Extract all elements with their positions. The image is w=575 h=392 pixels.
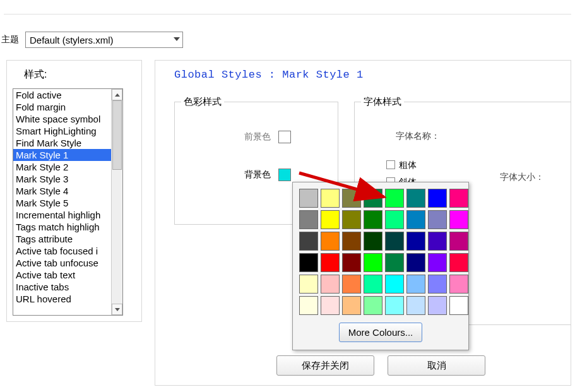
color-swatch[interactable] (299, 253, 318, 272)
list-item[interactable]: Mark Style 3 (13, 173, 111, 185)
font-name-label: 字体名称： (396, 131, 440, 142)
list-item[interactable]: Find Mark Style (13, 137, 111, 149)
background-row: 背景色 (244, 169, 291, 181)
color-swatch[interactable] (364, 210, 382, 229)
color-swatch[interactable] (406, 275, 425, 294)
color-swatch[interactable] (428, 232, 447, 251)
color-swatch[interactable] (342, 253, 361, 272)
color-swatch[interactable] (385, 275, 404, 294)
color-swatch[interactable] (342, 275, 361, 294)
color-swatch[interactable] (342, 210, 361, 229)
color-swatch[interactable] (321, 253, 340, 272)
bold-row[interactable]: 粗体 (386, 159, 417, 171)
color-swatch[interactable] (299, 296, 318, 315)
styles-listbox[interactable]: Fold activeFold marginWhite space symbol… (13, 88, 123, 316)
list-item[interactable]: Smart HighLighting (13, 125, 111, 137)
font-size-label: 字体大小： (500, 172, 544, 183)
color-swatch[interactable] (406, 189, 425, 208)
color-swatch[interactable] (385, 210, 404, 229)
color-swatch[interactable] (406, 296, 425, 315)
color-swatch[interactable] (342, 232, 361, 251)
list-item[interactable]: Active tab unfocuse (13, 257, 111, 269)
list-item[interactable]: Mark Style 4 (13, 185, 111, 197)
color-swatch[interactable] (299, 189, 318, 208)
color-swatch[interactable] (364, 296, 382, 315)
list-item[interactable]: URL hovered (13, 293, 111, 305)
foreground-row: 前景色 (244, 131, 291, 143)
color-swatch[interactable] (299, 275, 318, 294)
color-swatch[interactable] (406, 210, 425, 229)
list-item[interactable]: Incremental highligh (13, 209, 111, 221)
color-picker-popup: More Colours... (292, 182, 469, 350)
color-swatch[interactable] (428, 275, 447, 294)
cancel-button[interactable]: 取消 (388, 355, 485, 376)
foreground-swatch[interactable] (278, 131, 291, 143)
color-swatch[interactable] (385, 253, 404, 272)
color-swatch[interactable] (342, 296, 361, 315)
theme-combobox[interactable]: Default (stylers.xml) (25, 32, 183, 48)
color-grid (299, 189, 462, 315)
color-swatch[interactable] (428, 189, 447, 208)
list-item[interactable]: Active tab text (13, 269, 111, 281)
color-swatch[interactable] (428, 253, 447, 272)
scroll-down-button[interactable] (112, 304, 122, 315)
color-swatch[interactable] (449, 253, 468, 272)
list-item[interactable]: Fold active (13, 89, 111, 101)
scrollbar[interactable] (111, 89, 122, 315)
color-swatch[interactable] (385, 232, 404, 251)
background-label: 背景色 (244, 169, 271, 181)
color-swatch[interactable] (364, 189, 382, 208)
color-swatch[interactable] (385, 189, 404, 208)
list-item[interactable]: Mark Style 5 (13, 197, 111, 209)
list-item[interactable]: White space symbol (13, 113, 111, 125)
theme-row: 主题 Default (stylers.xml) (0, 32, 183, 48)
chevron-down-icon (115, 308, 120, 311)
list-item[interactable]: Mark Style 1 (13, 149, 111, 161)
theme-combobox-value: Default (stylers.xml) (30, 35, 114, 45)
divider (4, 14, 571, 15)
foreground-label: 前景色 (244, 131, 271, 143)
list-item[interactable]: Tags attribute (13, 233, 111, 245)
color-swatch[interactable] (321, 189, 340, 208)
breadcrumb: Global Styles : Mark Style 1 (174, 69, 364, 81)
styles-label: 样式: (24, 68, 47, 81)
list-item[interactable]: Mark Style 2 (13, 161, 111, 173)
scroll-thumb[interactable] (112, 100, 122, 170)
color-swatch[interactable] (449, 232, 468, 251)
bold-label: 粗体 (399, 160, 417, 170)
color-swatch[interactable] (449, 210, 468, 229)
color-swatch[interactable] (342, 189, 361, 208)
list-item[interactable]: Inactive tabs (13, 281, 111, 293)
color-swatch[interactable] (406, 232, 425, 251)
color-swatch[interactable] (321, 275, 340, 294)
color-swatch[interactable] (449, 275, 468, 294)
color-swatch[interactable] (364, 253, 382, 272)
chevron-up-icon (115, 93, 120, 97)
theme-label: 主题 (0, 34, 19, 45)
scroll-up-button[interactable] (112, 89, 122, 100)
color-swatch[interactable] (364, 232, 382, 251)
color-swatch[interactable] (321, 210, 340, 229)
list-item[interactable]: Tags match highligh (13, 221, 111, 233)
color-swatch[interactable] (321, 296, 340, 315)
bold-checkbox[interactable] (386, 160, 395, 169)
list-item[interactable]: Active tab focused i (13, 245, 111, 257)
chevron-down-icon (174, 37, 180, 41)
color-swatch[interactable] (299, 210, 318, 229)
save-close-button[interactable]: 保存并关闭 (276, 355, 374, 376)
font-groupbox-legend: 字体样式 (361, 96, 404, 108)
more-colours-button[interactable]: More Colours... (339, 323, 423, 342)
color-swatch[interactable] (299, 232, 318, 251)
background-swatch[interactable] (278, 169, 291, 181)
color-swatch[interactable] (321, 232, 340, 251)
color-swatch[interactable] (364, 275, 382, 294)
color-swatch[interactable] (428, 210, 447, 229)
color-swatch[interactable] (428, 296, 447, 315)
color-swatch[interactable] (449, 189, 468, 208)
color-groupbox-legend: 色彩样式 (181, 96, 224, 108)
color-swatch[interactable] (449, 296, 468, 315)
color-swatch[interactable] (385, 296, 404, 315)
list-item[interactable]: Fold margin (13, 101, 111, 113)
color-swatch[interactable] (406, 253, 425, 272)
